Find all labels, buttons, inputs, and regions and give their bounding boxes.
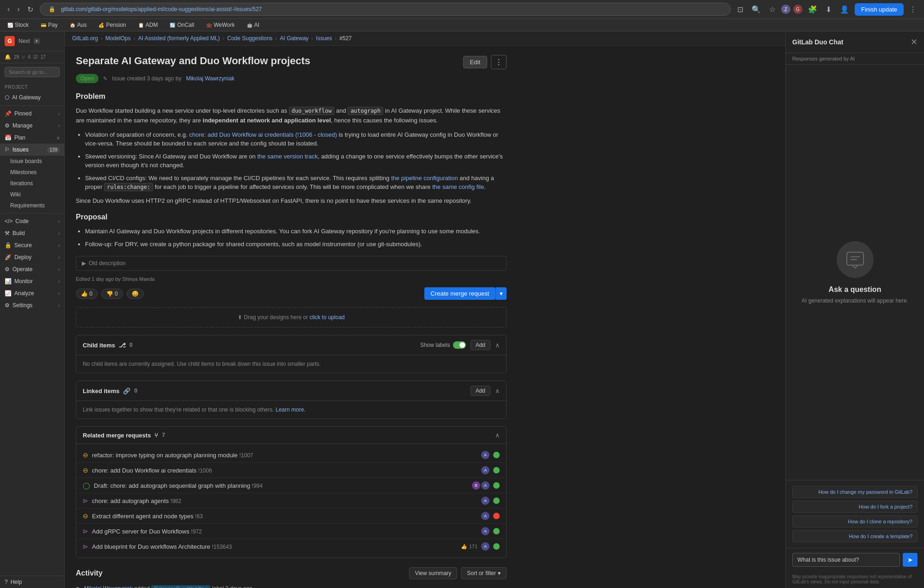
mr-994-title[interactable]: Draft: chore: add autograph sequential g… bbox=[94, 482, 468, 489]
bookmark-adm[interactable]: 📋 ADM bbox=[135, 21, 161, 29]
reload-button[interactable]: ↻ bbox=[24, 4, 36, 15]
learn-more-link[interactable]: Learn more. bbox=[275, 406, 306, 413]
emoji-reaction[interactable]: 😄 bbox=[127, 289, 144, 299]
sidebar-sub-item-requirements[interactable]: Requirements bbox=[0, 200, 64, 211]
click-to-upload-link[interactable]: click to upload bbox=[310, 314, 345, 321]
profile-avatar-2[interactable]: G bbox=[793, 5, 802, 14]
more-options-button[interactable]: ⋮ bbox=[491, 55, 507, 69]
create-merge-request-button[interactable]: Create merge request bbox=[424, 287, 496, 300]
breadcrumb-modelops[interactable]: ModelOps bbox=[105, 35, 131, 42]
breadcrumb-issues[interactable]: Issues bbox=[316, 35, 332, 42]
issue-author-link[interactable]: Mikolaj Wawrzyniak bbox=[186, 75, 234, 82]
mr-972-title[interactable]: Add gRPC server for Duo Workflows !972 bbox=[92, 528, 477, 535]
sidebar-sub-item-iterations[interactable]: Iterations bbox=[0, 178, 64, 189]
proposal-bullet-1: Maintain AI Gateway and Duo Workflow pro… bbox=[85, 227, 507, 236]
sidebar-item-settings[interactable]: ⚙ Settings › bbox=[0, 299, 64, 311]
sidebar-sub-item-wiki[interactable]: Wiki bbox=[0, 189, 64, 200]
view-summary-button[interactable]: View summary bbox=[409, 567, 457, 579]
sidebar-item-analyze[interactable]: 📈 Analyze › bbox=[0, 287, 64, 299]
duo-chat-panel: GitLab Duo Chat ✕ Responses generated by… bbox=[785, 31, 924, 588]
sidebar-item-monitor[interactable]: 📊 Monitor › bbox=[0, 275, 64, 287]
linked-items-collapse-button[interactable]: ∧ bbox=[495, 387, 500, 394]
sidebar-item-code[interactable]: </> Code › bbox=[0, 215, 64, 227]
mr-982-title[interactable]: chore: add autograph agents !982 bbox=[92, 497, 477, 504]
forward-button[interactable]: › bbox=[14, 4, 22, 15]
related-mrs-collapse-button[interactable]: ∧ bbox=[495, 431, 500, 439]
linked-items-header: Linked items 🔗 0 Add ∧ bbox=[76, 381, 506, 401]
finish-update-button[interactable]: Finish update bbox=[855, 3, 904, 16]
mr-1006-title[interactable]: chore: add Duo Workflow ai credentials !… bbox=[92, 467, 477, 474]
sidebar-item-secure[interactable]: 🔒 Secure › bbox=[0, 239, 64, 251]
duo-chat-input[interactable] bbox=[792, 553, 900, 567]
bookmark-wework[interactable]: 💼 WeWork bbox=[203, 21, 238, 29]
duo-chat-close-button[interactable]: ✕ bbox=[911, 37, 918, 47]
mr-972-avatars: A bbox=[481, 527, 490, 535]
duo-chat-send-button[interactable]: ➤ bbox=[903, 553, 918, 567]
mr-63-title[interactable]: Extract different agent and node types !… bbox=[92, 513, 477, 520]
mr-153643-title[interactable]: Add blueprint for Duo workflows Architec… bbox=[92, 543, 457, 550]
sidebar-sub-item-boards[interactable]: Issue boards bbox=[0, 156, 64, 167]
profiles-icon[interactable]: 👤 bbox=[837, 4, 852, 15]
bookmark-ai[interactable]: 🤖 AI bbox=[244, 21, 262, 29]
bookmark-stock-icon: 📈 bbox=[7, 23, 13, 28]
sidebar-item-build[interactable]: ⚒ Build › bbox=[0, 227, 64, 239]
thumbs-up-reaction[interactable]: 👍 0 bbox=[76, 289, 98, 299]
mr-1007-title[interactable]: refactor: improve typing on autograph pl… bbox=[92, 452, 477, 459]
edit-button[interactable]: Edit bbox=[463, 56, 487, 68]
show-labels-switch[interactable] bbox=[453, 341, 466, 349]
bullet-link-2[interactable]: the same version track bbox=[257, 153, 318, 160]
create-mr-dropdown-button[interactable]: ▾ bbox=[496, 287, 507, 300]
bookmark-pay[interactable]: 💳 Pay bbox=[38, 21, 61, 29]
bookmark-stock[interactable]: 📈 Stock bbox=[5, 21, 31, 29]
duo-suggestion-1[interactable]: How do I change my password in GitLab? bbox=[792, 486, 918, 498]
sidebar-item-deploy[interactable]: 🚀 Deploy › bbox=[0, 251, 64, 263]
sidebar-item-manage[interactable]: ⚙ Manage › bbox=[0, 120, 64, 132]
sidebar-help-item[interactable]: ? Help bbox=[0, 576, 64, 588]
sidebar-notification-icons: 🔔 29 ⑂ 4 ☑ 17 bbox=[0, 51, 64, 63]
todo-icon[interactable]: ☑ bbox=[33, 54, 38, 60]
child-items-collapse-button[interactable]: ∧ bbox=[495, 341, 500, 349]
sort-or-filter-button[interactable]: Sort or filter ▾ bbox=[461, 567, 507, 579]
gitlab-logo[interactable]: G bbox=[5, 36, 15, 46]
download-icon[interactable]: ⬇ bbox=[823, 4, 834, 15]
search-icon[interactable]: 🔍 bbox=[749, 4, 764, 15]
bullet-link-3[interactable]: the pipeline configuration bbox=[391, 175, 458, 182]
search-input[interactable] bbox=[5, 67, 60, 77]
child-items-add-button[interactable]: Add bbox=[471, 340, 490, 350]
bookmark-star-icon[interactable]: ☆ bbox=[766, 4, 778, 15]
issue-meta-text: Issue created 3 days ago by bbox=[112, 75, 181, 82]
screenshot-icon[interactable]: ⊡ bbox=[734, 4, 746, 15]
sidebar-sub-item-milestones[interactable]: Milestones bbox=[0, 167, 64, 178]
pin-icon: 📌 bbox=[5, 110, 12, 117]
notification-icon[interactable]: 🔔 bbox=[5, 54, 11, 60]
breadcrumb-code-suggestions[interactable]: Code Suggestions bbox=[227, 35, 272, 42]
duo-suggestion-2[interactable]: How do I fork a project? bbox=[792, 501, 918, 513]
sidebar-item-gateway[interactable]: ⬡ AI Gateway bbox=[0, 91, 64, 103]
activity-user-1[interactable]: Mikolaj Wawrzyniak bbox=[84, 585, 133, 588]
breadcrumb-gitlab[interactable]: GitLab.org bbox=[72, 35, 98, 42]
sidebar-item-issues[interactable]: ⚐ Issues 139 bbox=[0, 144, 64, 156]
linked-items-add-button[interactable]: Add bbox=[471, 386, 490, 396]
app-container: G Next ▾ 🔔 29 ⑂ 4 ☑ 17 Project ⬡ AI Gate… bbox=[0, 31, 924, 588]
breadcrumb-ai-assisted[interactable]: AI Assisted (formerly Applied ML) bbox=[138, 35, 220, 42]
duo-suggestion-4[interactable]: How do I create a template? bbox=[792, 530, 918, 542]
thumbs-down-reaction[interactable]: 👎 0 bbox=[101, 289, 123, 299]
drag-upload-area[interactable]: ⬆ Drag your designs here or click to upl… bbox=[76, 307, 507, 327]
breadcrumb-gateway[interactable]: AI Gateway bbox=[280, 35, 309, 42]
bullet-link-1[interactable]: chore: add Duo Workflow ai credentials (… bbox=[189, 131, 337, 138]
sidebar-item-pinned[interactable]: 📌 Pinned › bbox=[0, 108, 64, 120]
extensions-icon[interactable]: 🧩 bbox=[805, 4, 820, 15]
bookmark-pension[interactable]: 💰 Pension bbox=[96, 21, 129, 29]
sidebar-item-operate[interactable]: ⚙ Operate › bbox=[0, 263, 64, 275]
bookmark-aus[interactable]: 🏠 Aus bbox=[67, 21, 90, 29]
duo-suggestion-3[interactable]: How do I clone a repository? bbox=[792, 515, 918, 527]
menu-icon[interactable]: ⋮ bbox=[906, 4, 919, 15]
bullet-link-4[interactable]: the same config file bbox=[432, 183, 484, 190]
profile-avatar-1[interactable]: Z bbox=[781, 5, 790, 14]
back-button[interactable]: ‹ bbox=[5, 4, 12, 15]
bookmark-oncall[interactable]: 🔄 OnCall bbox=[167, 21, 197, 29]
merge-request-icon[interactable]: ⑂ bbox=[22, 55, 25, 60]
address-bar[interactable]: 🔒 gitlab.com/gitlab-org/modelops/applied… bbox=[40, 3, 731, 16]
old-description-toggle[interactable]: ▶ Old description bbox=[82, 260, 501, 267]
sidebar-item-plan[interactable]: 📅 Plan ∨ bbox=[0, 132, 64, 144]
